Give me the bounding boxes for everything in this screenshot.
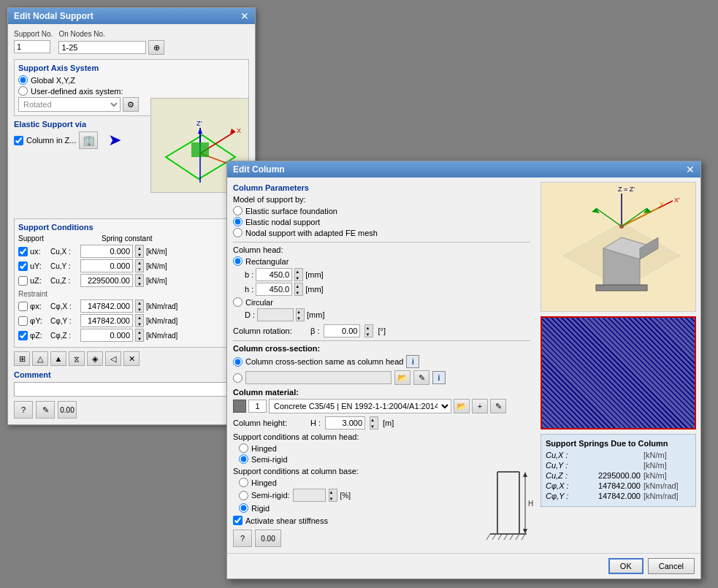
ux-spinner[interactable]: ▲ ▼: [135, 245, 144, 258]
uz-spinner[interactable]: ▲ ▼: [135, 274, 144, 287]
circular-radio[interactable]: [233, 297, 242, 307]
cross-section-custom-input[interactable]: [245, 371, 392, 384]
ux-label: ux:: [30, 247, 48, 256]
d-spinner[interactable]: ▲ ▼: [296, 308, 305, 321]
h-value-input[interactable]: [256, 283, 292, 296]
nodal-support-dialog: Edit Nodal Support ✕ Support No. On Node…: [7, 7, 256, 425]
b-value-input[interactable]: [256, 268, 292, 281]
tool-btn-3[interactable]: ▲: [50, 351, 66, 366]
cross-section-edit-button[interactable]: ✎: [413, 370, 429, 385]
semi-rigid-head-radio[interactable]: [239, 454, 248, 464]
uy-checkbox[interactable]: [18, 261, 28, 271]
beta-spinner[interactable]: ▲ ▼: [364, 324, 373, 337]
semi-rigid-percent-input[interactable]: [293, 489, 326, 502]
cross-section-custom-radio[interactable]: [233, 373, 242, 383]
help-button[interactable]: ?: [14, 401, 33, 419]
column-head-label: Column head:: [233, 245, 530, 254]
elastic-nodal-radio[interactable]: [233, 217, 242, 226]
tool-btn-5[interactable]: ◈: [87, 351, 103, 366]
axis-edit-button[interactable]: ⚙: [123, 97, 139, 112]
oy-value-input[interactable]: [80, 314, 133, 327]
tool-btn-1[interactable]: ⊞: [14, 351, 30, 366]
support-no-input[interactable]: [14, 40, 50, 53]
oz-spinner[interactable]: ▲ ▼: [135, 329, 144, 342]
uz-label: uZ:: [30, 276, 48, 285]
semi-rigid-head-label: Semi-rigid: [251, 455, 288, 464]
svg-line-18: [622, 208, 658, 226]
column-z-checkbox[interactable]: [14, 136, 23, 145]
tool-btn-4[interactable]: ⧖: [69, 351, 85, 366]
semi-rigid-spinner[interactable]: ▲ ▼: [329, 489, 337, 502]
cross-section-load-button[interactable]: 📂: [394, 370, 410, 385]
elastic-surface-radio[interactable]: [233, 206, 242, 215]
height-spinner[interactable]: ▲ ▼: [370, 416, 378, 429]
uy-unit: [kN/m]: [146, 262, 167, 270]
comment-select[interactable]: [14, 382, 249, 397]
beta-value-input[interactable]: [324, 324, 360, 337]
b-spinner[interactable]: ▲ ▼: [294, 268, 303, 281]
hinged-base-radio[interactable]: [239, 478, 248, 487]
column-dialog-titlebar[interactable]: Edit Column ✕: [227, 161, 700, 177]
axis-system-select[interactable]: Rotated: [18, 97, 121, 112]
semi-rigid-base-radio[interactable]: [239, 491, 248, 500]
material-select[interactable]: Concrete C35/45 | EN 1992-1-1:2004/A1:20…: [269, 399, 451, 413]
elastic-surface-label: Elastic surface foundation: [245, 207, 337, 215]
uy-spinner[interactable]: ▲ ▼: [135, 259, 144, 272]
column-z-edit-button[interactable]: 🏢: [79, 131, 98, 149]
height-value-input[interactable]: [325, 416, 365, 429]
oz-checkbox[interactable]: [18, 331, 28, 340]
nodal-fe-radio[interactable]: [233, 228, 242, 237]
rectangular-radio[interactable]: [233, 256, 242, 266]
column-striped-preview: [541, 316, 696, 429]
nodal-dialog-titlebar[interactable]: Edit Nodal Support ✕: [8, 8, 255, 24]
oy-spinner[interactable]: ▲ ▼: [135, 314, 144, 327]
hinged-base-label: Hinged: [251, 478, 277, 487]
cross-section-same-radio[interactable]: [233, 357, 242, 367]
hinged-head-radio[interactable]: [239, 443, 248, 453]
ox-spinner[interactable]: ▲ ▼: [135, 299, 144, 313]
cross-section-custom-info[interactable]: i: [432, 371, 446, 384]
d-value-input[interactable]: [257, 308, 294, 321]
tool-btn-6[interactable]: ◁: [105, 351, 121, 366]
uz-checkbox[interactable]: [18, 276, 28, 286]
global-xyz-radio[interactable]: [18, 75, 28, 85]
co-x-label: Cφ,X :: [546, 481, 586, 490]
column-help-button[interactable]: ?: [233, 530, 252, 547]
ux-value-input[interactable]: [80, 245, 133, 258]
material-no-input[interactable]: [248, 400, 267, 413]
nodal-close-button[interactable]: ✕: [240, 11, 249, 21]
material-info-button[interactable]: ✎: [490, 399, 506, 413]
uy-label: uY:: [30, 261, 48, 270]
cancel-button[interactable]: Cancel: [648, 558, 695, 574]
nodes-no-input[interactable]: [58, 41, 146, 54]
nodal-dialog-title: Edit Nodal Support: [14, 11, 93, 21]
column-zero-button[interactable]: 0.00: [255, 530, 281, 547]
oy-checkbox[interactable]: [18, 316, 28, 326]
tool-btn-7[interactable]: ✕: [123, 351, 140, 366]
material-label: Column material:: [233, 388, 530, 397]
column-close-button[interactable]: ✕: [686, 164, 695, 175]
material-load-button[interactable]: 📂: [454, 399, 470, 413]
h-spinner[interactable]: ▲ ▼: [294, 283, 303, 296]
ok-button[interactable]: OK: [608, 558, 643, 574]
tool-btn-2[interactable]: △: [32, 351, 48, 366]
uy-value-input[interactable]: [80, 259, 133, 272]
h-unit: [mm]: [305, 285, 323, 294]
user-defined-radio[interactable]: [18, 86, 28, 96]
uz-value-input[interactable]: [80, 274, 133, 287]
cu-y-unit: [kN/m]: [643, 461, 691, 470]
zero-button[interactable]: 0.00: [58, 401, 77, 419]
ux-checkbox[interactable]: [18, 247, 28, 256]
d-unit: [mm]: [307, 310, 324, 319]
ox-value-input[interactable]: [80, 299, 133, 313]
oz-value-input[interactable]: [80, 329, 133, 342]
select-nodes-button[interactable]: ⊕: [148, 40, 164, 55]
ox-checkbox[interactable]: [18, 302, 28, 311]
cross-section-info-icon[interactable]: i: [406, 355, 419, 368]
edit-button[interactable]: ✎: [36, 401, 55, 419]
rigid-base-radio[interactable]: [239, 503, 248, 513]
material-new-button[interactable]: +: [472, 399, 488, 413]
shear-stiffness-checkbox[interactable]: [233, 516, 242, 525]
svg-line-23: [596, 208, 622, 226]
column-preview-svg: X' X Z = Z': [541, 183, 696, 312]
